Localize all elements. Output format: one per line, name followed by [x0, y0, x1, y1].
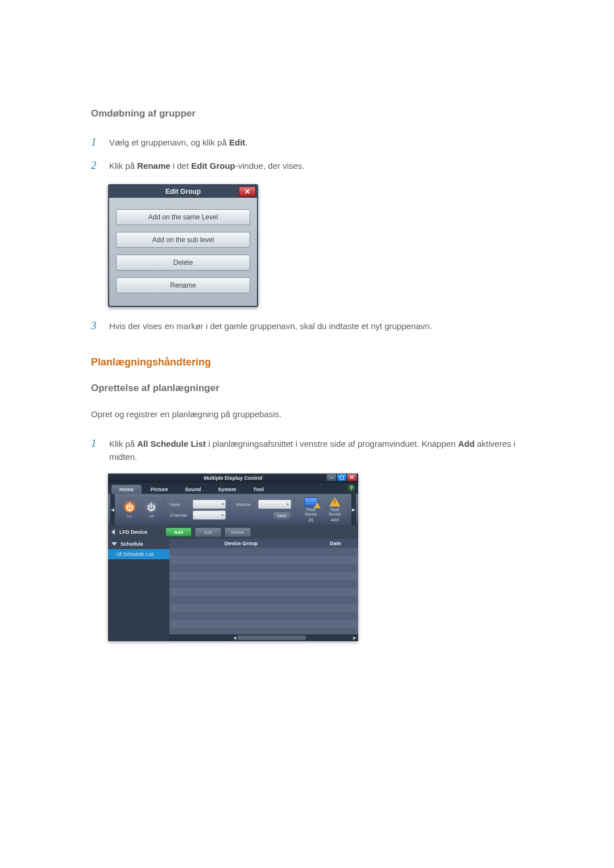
chevron-down-icon: [111, 542, 117, 546]
power-off-button[interactable]: ⏻ Off: [142, 498, 160, 522]
schedule-rows: [169, 548, 358, 634]
mdc-sidebar: Schedule All Schedule List: [108, 539, 169, 641]
step-3-text: Hvis der vises en markør i det gamle gru…: [109, 319, 432, 333]
spinner-icon: ▸: [285, 502, 289, 506]
step-number-1: 1: [91, 134, 99, 150]
sidebar-schedule-header[interactable]: Schedule: [108, 539, 169, 549]
warning-triangle-icon: !: [329, 497, 341, 506]
step-4-text: Klik på All Schedule List i planlægnings…: [109, 437, 523, 464]
input-label: Input: [170, 502, 190, 507]
step-1-text: Vælg et gruppenavn, og klik på Edit.: [109, 136, 247, 149]
column-device-group[interactable]: Device Group: [169, 539, 313, 548]
fault-device-alert[interactable]: ! Fault Device Alert: [325, 497, 345, 522]
create-schedules-heading: Oprettelse af planlægninger: [91, 383, 523, 394]
scroll-thumb[interactable]: [238, 636, 306, 640]
add-button[interactable]: Add: [165, 528, 192, 537]
power-on-button[interactable]: ⏻ On: [121, 498, 139, 522]
step-number-3: 3: [91, 317, 99, 334]
add-sub-level-button[interactable]: Add on the sub level: [116, 232, 250, 248]
table-row[interactable]: [169, 556, 358, 564]
edit-group-dialog: Edit Group ✕ Add on the same Level Add o…: [108, 184, 258, 307]
tab-system[interactable]: System: [210, 485, 244, 494]
scroll-right-arrow[interactable]: ►: [351, 634, 358, 641]
channel-label: Channel: [170, 513, 190, 518]
sidebar-item-all-schedule-list[interactable]: All Schedule List: [108, 549, 169, 559]
table-row[interactable]: [169, 620, 358, 628]
mdc-ribbon: ◄ ⏻ On ⏻ Off Input ▾: [108, 494, 358, 525]
table-row[interactable]: [169, 548, 358, 556]
table-row[interactable]: [169, 628, 358, 634]
ribbon-scroll-left[interactable]: ◄: [110, 494, 115, 525]
fault-device-count[interactable]: Fault Device (0): [301, 497, 321, 522]
create-schedules-paragraph: Opret og registrer en planlægning på gru…: [91, 408, 523, 421]
mdc-title: Multiple Display Control: [204, 475, 262, 481]
dialog-close-button[interactable]: ✕: [239, 186, 256, 197]
table-row[interactable]: [169, 572, 358, 580]
help-button[interactable]: ?: [348, 484, 355, 491]
expand-icon[interactable]: [111, 529, 115, 535]
table-row[interactable]: [169, 564, 358, 572]
mdc-window: Multiple Display Control – ▢ ✕ Home Pict…: [108, 474, 358, 641]
tab-tool[interactable]: Tool: [246, 485, 272, 494]
table-row[interactable]: [169, 580, 358, 588]
mute-button[interactable]: Mute: [273, 512, 291, 520]
monitor-warning-icon: [304, 497, 318, 506]
input-select[interactable]: ▾: [193, 500, 226, 509]
chevron-down-icon: ▾: [219, 502, 224, 506]
table-row[interactable]: [169, 604, 358, 612]
window-close-button[interactable]: ✕: [347, 474, 356, 481]
volume-label: Volume: [235, 502, 256, 507]
channel-spinner[interactable]: ▸: [193, 510, 226, 520]
ribbon-scroll-right[interactable]: ►: [351, 494, 356, 525]
window-minimize-button[interactable]: –: [327, 474, 336, 481]
step-number-2: 2: [91, 157, 99, 173]
power-on-icon: ⏻: [124, 501, 135, 513]
mdc-tabs: Home Picture Sound System Tool ?: [108, 483, 358, 494]
table-row[interactable]: [169, 596, 358, 604]
spinner-icon: ▸: [219, 513, 224, 517]
dialog-title: Edit Group: [165, 188, 201, 196]
delete-button-toolbar[interactable]: Delete: [225, 528, 251, 537]
table-row[interactable]: [169, 612, 358, 620]
add-same-level-button[interactable]: Add on the same Level: [116, 209, 250, 225]
rename-button[interactable]: Rename: [116, 277, 250, 293]
mdc-main-panel: Device Group Date: [169, 539, 358, 641]
horizontal-scrollbar[interactable]: ◄ ►: [169, 634, 358, 641]
mdc-titlebar: Multiple Display Control – ▢ ✕: [108, 474, 358, 483]
dialog-titlebar: Edit Group ✕: [109, 185, 257, 198]
delete-button[interactable]: Delete: [116, 255, 250, 271]
lfd-device-label: LFD Device: [119, 529, 147, 535]
tab-sound[interactable]: Sound: [177, 485, 209, 494]
power-off-icon: ⏻: [146, 501, 157, 513]
rename-groups-heading: Omdøbning af grupper: [91, 108, 523, 119]
step-2-text: Klik på Rename i det Edit Group-vindue, …: [109, 159, 304, 172]
tab-home[interactable]: Home: [111, 485, 142, 494]
lfd-bar: LFD Device Add Edit Delete: [108, 525, 358, 539]
column-date[interactable]: Date: [313, 539, 358, 548]
schedule-management-heading: Planlægningshåndtering: [91, 356, 523, 368]
table-row[interactable]: [169, 588, 358, 596]
tab-picture[interactable]: Picture: [143, 485, 176, 494]
step-number-4: 1: [91, 435, 99, 451]
window-maximize-button[interactable]: ▢: [337, 474, 346, 481]
volume-spinner[interactable]: ▸: [258, 500, 291, 509]
edit-button[interactable]: Edit: [195, 528, 221, 537]
